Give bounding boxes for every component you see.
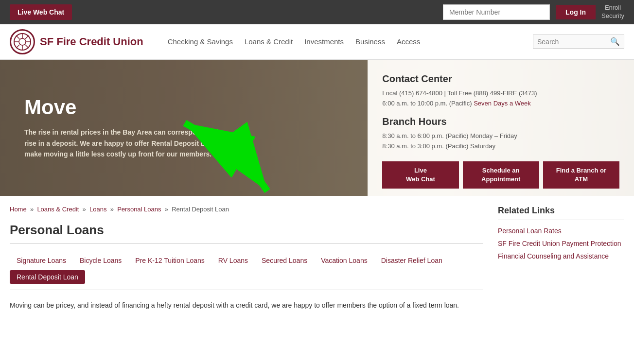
- related-link-personal-loan-rates[interactable]: Personal Loan Rates: [498, 227, 624, 235]
- sidebar: Related Links Personal Loan Rates SF Fir…: [498, 206, 624, 312]
- find-branch-atm-btn[interactable]: Find a Branch orATM: [543, 161, 619, 189]
- hero-right-panel: Contact Center Local (415) 674-4800 | To…: [368, 60, 634, 196]
- tab-bicycle-loans[interactable]: Bicycle Loans: [73, 254, 128, 267]
- hero-text: The rise in rental prices in the Bay Are…: [24, 127, 238, 159]
- tab-rental-deposit-loan[interactable]: Rental Deposit Loan: [10, 270, 85, 284]
- top-bar: Live Web Chat Log In Enroll Security: [0, 0, 634, 24]
- related-links-title: Related Links: [498, 206, 624, 216]
- contact-center-info: Local (415) 674-4800 | Toll Free (888) 4…: [382, 88, 619, 109]
- top-bar-left: Live Web Chat: [10, 4, 72, 20]
- breadcrumb-home[interactable]: Home: [10, 206, 27, 213]
- tab-disaster-relief-loan[interactable]: Disaster Relief Loan: [374, 254, 449, 267]
- schedule-appointment-btn[interactable]: Schedule anAppointment: [463, 161, 539, 189]
- breadcrumb-current: Rental Deposit Loan: [172, 206, 229, 213]
- logo-icon: [10, 29, 35, 54]
- logo-area: SF Fire Credit Union: [10, 29, 143, 54]
- nav-loans-credit[interactable]: Loans & Credit: [245, 37, 293, 46]
- nav-bar: SF Fire Credit Union Checking & Savings …: [0, 24, 634, 60]
- body-text: Moving can be pricey, and instead of fin…: [10, 300, 483, 312]
- hero-section: Move The rise in rental prices in the Ba…: [0, 60, 634, 196]
- tab-secured-loans[interactable]: Secured Loans: [255, 254, 314, 267]
- top-bar-right: Log In Enroll Security: [443, 4, 624, 20]
- search-input[interactable]: [537, 38, 610, 46]
- breadcrumb-loans-credit[interactable]: Loans & Credit: [37, 206, 79, 213]
- live-chat-button[interactable]: Live Web Chat: [10, 4, 72, 20]
- breadcrumb: Home » Loans & Credit » Loans » Personal…: [10, 206, 483, 213]
- related-divider: [498, 220, 624, 220]
- live-web-chat-action-btn[interactable]: LiveWeb Chat: [382, 161, 458, 189]
- logo-text: SF Fire Credit Union: [40, 35, 143, 48]
- tab-signature-loans[interactable]: Signature Loans: [10, 254, 73, 267]
- tab-pre-k12-tuition-loans[interactable]: Pre K-12 Tuition Loans: [128, 254, 211, 267]
- contact-center-title: Contact Center: [382, 73, 619, 85]
- action-buttons: LiveWeb Chat Schedule anAppointment Find…: [382, 161, 619, 189]
- content-wrapper: Home » Loans & Credit » Loans » Personal…: [0, 196, 634, 326]
- search-icon[interactable]: 🔍: [610, 37, 620, 46]
- svg-point-1: [19, 38, 26, 45]
- main-content: Home » Loans & Credit » Loans » Personal…: [10, 206, 483, 312]
- branch-hours-info: 8:30 a.m. to 6:00 p.m. (Pacific) Monday …: [382, 131, 619, 152]
- related-link-financial-counseling[interactable]: Financial Counseling and Assistance: [498, 252, 624, 260]
- svg-line-6: [16, 35, 19, 39]
- svg-line-9: [16, 45, 19, 48]
- title-divider: [10, 243, 483, 244]
- page-title: Personal Loans: [10, 223, 483, 238]
- branch-hours-title: Branch Hours: [382, 116, 619, 127]
- search-box: 🔍: [533, 35, 624, 49]
- nav-investments[interactable]: Investments: [304, 37, 344, 46]
- nav-business[interactable]: Business: [355, 37, 385, 46]
- enroll-security-link[interactable]: Enroll Security: [601, 4, 624, 20]
- member-number-input[interactable]: [443, 4, 550, 20]
- hero-title: Move: [24, 96, 343, 119]
- tab-vacation-loans[interactable]: Vacation Loans: [314, 254, 374, 267]
- login-button[interactable]: Log In: [556, 5, 596, 19]
- svg-line-7: [25, 45, 29, 48]
- nav-access[interactable]: Access: [397, 37, 420, 46]
- loan-tabs: Signature Loans Bicycle Loans Pre K-12 T…: [10, 254, 483, 290]
- nav-checking-savings[interactable]: Checking & Savings: [168, 37, 233, 46]
- related-link-payment-protection[interactable]: SF Fire Credit Union Payment Protection: [498, 240, 624, 247]
- svg-line-8: [25, 35, 29, 39]
- breadcrumb-loans[interactable]: Loans: [89, 206, 106, 213]
- breadcrumb-personal-loans[interactable]: Personal Loans: [117, 206, 161, 213]
- hero-overlay: Move The rise in rental prices in the Ba…: [0, 60, 368, 196]
- main-nav: Checking & Savings Loans & Credit Invest…: [168, 37, 518, 46]
- tab-rv-loans[interactable]: RV Loans: [211, 254, 255, 267]
